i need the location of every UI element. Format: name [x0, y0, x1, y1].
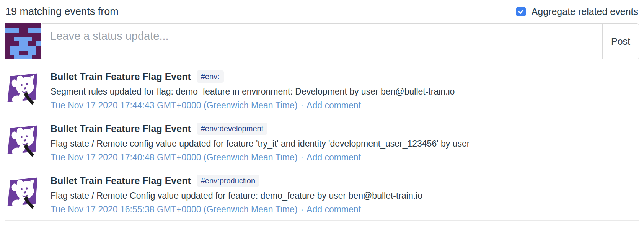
event-meta-line: Tue Nov 17 2020 17:44:43 GMT+0000 (Green…: [51, 100, 455, 111]
post-button[interactable]: Post: [602, 24, 639, 59]
datadog-dog-logo-icon: [5, 72, 41, 107]
meta-separator: ·: [300, 152, 303, 163]
status-update-input[interactable]: [41, 24, 602, 59]
event-title: Bullet Train Feature Flag Event: [51, 175, 191, 186]
event-timestamp-link[interactable]: Tue Nov 17 2020 17:40:48 GMT+0000 (Green…: [51, 152, 297, 163]
checkmark-icon: [518, 8, 524, 15]
event-tag-badge[interactable]: #env:: [197, 70, 224, 83]
meta-separator: ·: [300, 204, 303, 215]
header: 19 matching events from Aggregate relate…: [5, 2, 639, 19]
status-composer: Post: [5, 23, 639, 59]
event-row: Bullet Train Feature Flag Event #env: Se…: [5, 64, 639, 116]
event-content: Bullet Train Feature Flag Event #env:pro…: [51, 174, 422, 215]
event-list: Bullet Train Feature Flag Event #env: Se…: [5, 64, 639, 221]
add-comment-link[interactable]: Add comment: [307, 152, 361, 163]
event-description: Flag state / Remote Config value updated…: [51, 191, 422, 201]
event-title: Bullet Train Feature Flag Event: [51, 71, 191, 82]
event-title: Bullet Train Feature Flag Event: [51, 123, 191, 134]
event-meta-line: Tue Nov 17 2020 17:40:48 GMT+0000 (Green…: [51, 152, 470, 163]
event-content: Bullet Train Feature Flag Event #env:dev…: [51, 122, 470, 163]
event-content: Bullet Train Feature Flag Event #env: Se…: [51, 70, 455, 111]
event-row: Bullet Train Feature Flag Event #env:pro…: [5, 168, 639, 221]
event-timestamp-link[interactable]: Tue Nov 17 2020 16:55:38 GMT+0000 (Green…: [51, 204, 297, 215]
user-identicon-avatar: [5, 23, 41, 59]
event-description: Segment rules updated for flag: demo_fea…: [51, 87, 455, 97]
status-update-box: Post: [41, 23, 639, 59]
event-timestamp-link[interactable]: Tue Nov 17 2020 17:44:43 GMT+0000 (Green…: [51, 100, 297, 111]
aggregate-checkbox[interactable]: [516, 7, 526, 16]
aggregate-related-events-control: Aggregate related events: [516, 6, 638, 17]
datadog-dog-logo-icon: [5, 124, 41, 159]
event-title-line: Bullet Train Feature Flag Event #env:dev…: [51, 123, 470, 135]
add-comment-link[interactable]: Add comment: [307, 204, 361, 215]
event-row: Bullet Train Feature Flag Event #env:dev…: [5, 116, 639, 168]
add-comment-link[interactable]: Add comment: [307, 100, 361, 111]
event-title-line: Bullet Train Feature Flag Event #env:: [51, 70, 455, 83]
event-title-line: Bullet Train Feature Flag Event #env:pro…: [51, 175, 422, 187]
datadog-dog-logo-icon: [5, 176, 41, 211]
event-description: Flag state / Remote config value updated…: [51, 139, 470, 149]
event-meta-line: Tue Nov 17 2020 16:55:38 GMT+0000 (Green…: [51, 204, 422, 215]
page-title: 19 matching events from: [5, 6, 119, 18]
event-tag-badge[interactable]: #env:development: [197, 123, 267, 135]
event-stream-page: 19 matching events from Aggregate relate…: [0, 0, 644, 221]
meta-separator: ·: [300, 100, 303, 111]
aggregate-checkbox-label: Aggregate related events: [532, 6, 638, 17]
event-tag-badge[interactable]: #env:production: [197, 175, 259, 187]
